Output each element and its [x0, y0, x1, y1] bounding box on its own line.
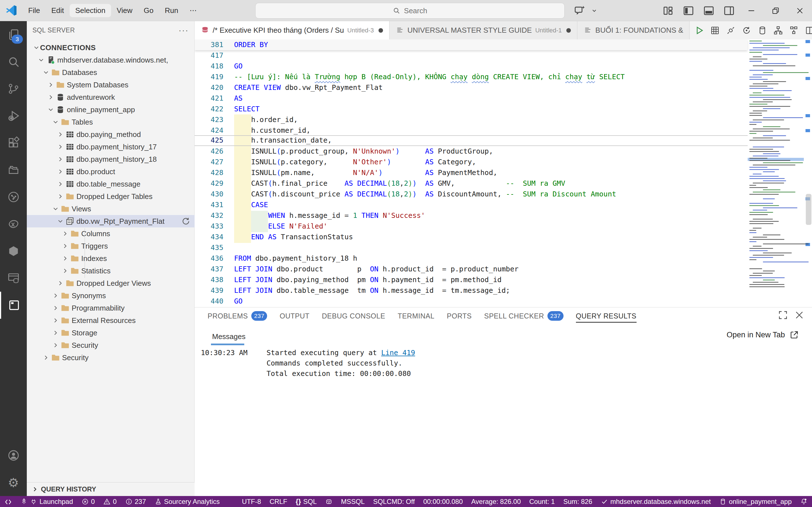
- tree-item-statistics[interactable]: Statistics: [27, 265, 195, 277]
- run-query-icon[interactable]: [692, 23, 707, 38]
- activity-source-control-icon[interactable]: [0, 75, 27, 102]
- activity-search-icon[interactable]: [0, 48, 27, 75]
- code-line-430[interactable]: 430 CAST(h.discount_price AS DECIMAL(18,…: [195, 189, 748, 200]
- code-line-432[interactable]: 432 WHEN h.message_id = 1 THEN N'Success…: [195, 210, 748, 221]
- scrollbar-thumb[interactable]: [806, 194, 811, 225]
- code-line-428[interactable]: 428 ISNULL(pm.name, N'N/A') AS PaymentMe…: [195, 167, 748, 178]
- status-problems-warnings-button[interactable]: 0: [103, 498, 116, 506]
- tree-item-storage[interactable]: Storage: [27, 327, 195, 339]
- tree-item-dropped-ledger-views[interactable]: Dropped Ledger Views: [27, 277, 195, 289]
- tree-item-mhdserver-database-windows-net-def[interactable]: mhdserver.database.windows.net,: [27, 54, 195, 66]
- tree-item-dropped-ledger-tables[interactable]: Dropped Ledger Tables: [27, 190, 195, 203]
- split-editor-icon[interactable]: [802, 23, 812, 38]
- status-selection-average-button[interactable]: Average: 826.00: [471, 498, 521, 506]
- query-plan-icon[interactable]: [786, 23, 801, 38]
- code-line-436[interactable]: 436FROM dbo.payment_history_18 h: [195, 253, 748, 264]
- tree-item-indexes[interactable]: Indexes: [27, 252, 195, 265]
- unsaved-dot-icon[interactable]: [566, 28, 571, 33]
- tree-item-columns[interactable]: Columns: [27, 227, 195, 240]
- tree-item-dbo-payment-history-18[interactable]: dbo.payment_history_18: [27, 153, 195, 165]
- tree-item-dbo-table-message[interactable]: dbo.table_message: [27, 178, 195, 190]
- activity-accounts-icon[interactable]: [0, 442, 27, 469]
- code-line-417[interactable]: 417: [195, 50, 748, 61]
- database-icon[interactable]: [755, 23, 770, 38]
- code-line-426[interactable]: 426 ISNULL(p.product_group, N'Unknown') …: [195, 146, 748, 157]
- code-editor[interactable]: 381ORDER BY 417418GO419-- [Lưu ý]: Nếu l…: [195, 40, 812, 307]
- refresh-icon[interactable]: [182, 217, 190, 225]
- toggle-secondary-sidebar-icon[interactable]: [723, 4, 735, 17]
- disconnect-icon[interactable]: [723, 23, 738, 38]
- status-problems-info-button[interactable]: 237: [125, 498, 146, 506]
- customize-layout-icon[interactable]: [662, 4, 674, 17]
- line-link[interactable]: Line 419: [381, 349, 415, 357]
- status-launchpad-button[interactable]: Launchpad: [20, 498, 73, 506]
- tree-item-dbo-vw-rpt-payment-flat[interactable]: dbo.vw_Rpt_Payment_Flat: [27, 215, 195, 227]
- activity-hexagon-extension-icon[interactable]: [0, 238, 27, 265]
- activity-database-projects-icon[interactable]: [0, 265, 27, 292]
- panel-tab-ports[interactable]: PORTS: [447, 307, 471, 324]
- change-connection-icon[interactable]: [739, 23, 754, 38]
- status-connected-database-button[interactable]: online_payment_app: [719, 498, 792, 506]
- tree-item-security[interactable]: Security: [27, 351, 195, 364]
- activity-extensions-icon[interactable]: [0, 129, 27, 156]
- code-line-420[interactable]: 420CREATE VIEW dbo.vw_Rpt_Payment_Flat: [195, 82, 748, 93]
- code-line-435[interactable]: 435: [195, 242, 748, 253]
- code-line-425[interactable]: 425 h.transaction_date,: [195, 135, 748, 146]
- tree-item-views[interactable]: Views: [27, 203, 195, 215]
- status-selection-sum-button[interactable]: Sum: 826: [563, 498, 592, 506]
- code-line-439[interactable]: 439LEFT JOIN dbo.table_message tm ON h.m…: [195, 285, 748, 296]
- status-language-mode-button[interactable]: {}SQL: [296, 498, 317, 506]
- close-panel-icon[interactable]: [794, 310, 805, 321]
- panel-tab-debug-console[interactable]: DEBUG CONSOLE: [322, 307, 385, 324]
- code-line-423[interactable]: 423 h.order_id,: [195, 114, 748, 125]
- tree-item-dbo-payment-history-17[interactable]: dbo.payment_history_17: [27, 140, 195, 153]
- menu-file[interactable]: File: [22, 4, 46, 17]
- unsaved-dot-icon[interactable]: [378, 28, 383, 33]
- tree-item-dbo-product[interactable]: dbo.product: [27, 165, 195, 178]
- menu-selection[interactable]: Selection: [70, 4, 111, 17]
- menu-view[interactable]: View: [111, 4, 138, 17]
- toggle-panel-icon[interactable]: [703, 4, 715, 17]
- menu-go[interactable]: Go: [138, 4, 159, 17]
- tree-item-synonyms[interactable]: Synonyms: [27, 289, 195, 302]
- code-line-434[interactable]: 434 END AS TransactionStatus: [195, 232, 748, 242]
- editor-tab-bu-i-1-foundations[interactable]: BUỔI 1: FOUNDATIONS &: [577, 21, 690, 40]
- panel-tab-problems[interactable]: PROBLEMS237: [208, 307, 267, 324]
- panel-tab-spell-checker[interactable]: SPELL CHECKER237: [484, 307, 563, 324]
- code-line-422[interactable]: 422SELECT: [195, 104, 748, 114]
- restore-button[interactable]: [763, 0, 788, 21]
- code-line-437[interactable]: 437LEFT JOIN dbo.product p ON h.product_…: [195, 264, 748, 275]
- schema-visualize-icon[interactable]: [771, 23, 785, 38]
- code-line-440[interactable]: 440GO: [195, 296, 748, 306]
- tree-item-programmability[interactable]: Programmability: [27, 302, 195, 314]
- tree-item-external-resources[interactable]: External Resources: [27, 314, 195, 327]
- sticky-scroll-line[interactable]: 381ORDER BY: [195, 40, 748, 50]
- activity-live-share-icon[interactable]: [0, 183, 27, 211]
- activity-folders-icon[interactable]: [0, 156, 27, 183]
- code-line-429[interactable]: 429 CAST(h.final_price AS DECIMAL(18,2))…: [195, 178, 748, 189]
- editor-tab-universal-master-style-guide[interactable]: UNIVERSAL MASTER STYLE GUIDEUntitled-1: [390, 21, 577, 40]
- activity-run-and-debug-icon[interactable]: [0, 102, 27, 129]
- code-line-421[interactable]: 421AS: [195, 93, 748, 104]
- open-in-new-tab-button[interactable]: Open in New Tab: [726, 330, 799, 340]
- tree-item-connections[interactable]: CONNECTIONS: [27, 42, 195, 54]
- command-center-search[interactable]: Search: [255, 3, 565, 18]
- tree-item-tables[interactable]: Tables: [27, 116, 195, 128]
- toggle-primary-sidebar-icon[interactable]: [682, 4, 695, 17]
- maximize-panel-icon[interactable]: [777, 310, 788, 321]
- tree-item-databases[interactable]: Databases: [27, 66, 195, 78]
- status-notifications-button[interactable]: [800, 498, 808, 505]
- results-grid-icon[interactable]: [708, 23, 722, 38]
- panel-tab-query-results[interactable]: QUERY RESULTS: [576, 307, 637, 324]
- status-encoding-button[interactable]: UTF-8: [242, 498, 261, 506]
- menu-run[interactable]: Run: [159, 4, 184, 17]
- status-selection-count-button[interactable]: Count: 1: [529, 498, 555, 506]
- code-line-418[interactable]: 418GO: [195, 61, 748, 71]
- messages-tab[interactable]: Messages: [212, 332, 246, 341]
- status-sqlcmd-mode-button[interactable]: SQLCMD: Off: [373, 498, 415, 506]
- code-line-419[interactable]: 419-- [Lưu ý]: Nếu là Trường hợp B (Read…: [195, 71, 748, 82]
- menu-edit[interactable]: Edit: [46, 4, 70, 17]
- tree-item-online-payment-app[interactable]: online_payment_app: [27, 103, 195, 116]
- tree-item-adventurework[interactable]: adventurework: [27, 91, 195, 103]
- status-mssql-provider-button[interactable]: MSSQL: [341, 498, 365, 506]
